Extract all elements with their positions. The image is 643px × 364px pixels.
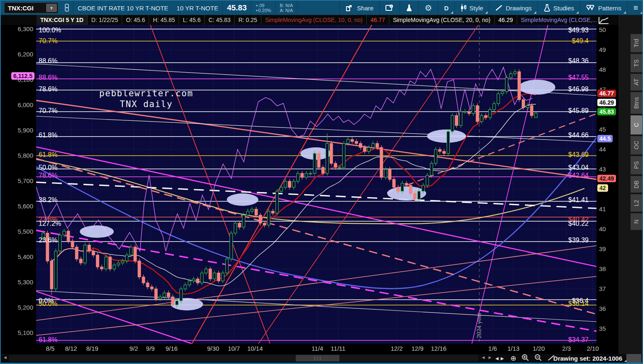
candle-body (59, 235, 61, 251)
style-button[interactable]: Style (455, 1, 489, 15)
fib-pct-label: 38.2% (39, 196, 57, 203)
candle-body (284, 181, 287, 187)
right-gadget-gutter: TrdTSATBtnsCOCPSDBL2N (618, 15, 643, 354)
candle-body (510, 74, 513, 78)
candle-body (92, 251, 95, 255)
beaker-icon (544, 4, 550, 12)
candle-body (109, 257, 112, 269)
gutter-tab-db[interactable]: DB (631, 176, 642, 193)
trendline (36, 246, 596, 320)
studies-button[interactable]: Studies (538, 1, 580, 15)
drawings-button[interactable]: Drawings (489, 1, 538, 15)
gutter-tab-at[interactable]: AT (631, 74, 642, 90)
study-label-0[interactable]: SimpleMovingAvg (CLOSE, 10, 0, no) (261, 15, 367, 25)
candle-body (226, 259, 228, 273)
zoom-in-icon[interactable] (522, 354, 529, 363)
candle-body (213, 273, 216, 279)
crosshair-move-icon[interactable]: ⊕ (510, 354, 516, 363)
zoom-out-icon[interactable] (535, 354, 542, 363)
right-axis-tick: 49 (599, 46, 606, 53)
study-label-2[interactable]: SimpleMovingAvg (CLOSE,... (517, 15, 601, 25)
ohlc-low: L: 45.6 (179, 15, 205, 25)
right-axis-tick: 37 (599, 285, 606, 292)
candle-body (393, 179, 395, 187)
candle-body (388, 169, 391, 179)
right-axis-bubble: 44.5 (597, 135, 613, 142)
right-axis-tick: 44 (599, 146, 606, 153)
gutter-tab-oc[interactable]: OC (631, 136, 642, 154)
gutter-tab-ts[interactable]: TS (631, 54, 642, 72)
chart-canvas[interactable]: 2024 year100.0%$49.9370.7%$49.488.6%$48.… (36, 25, 596, 344)
right-axis-bubble: 42 (597, 184, 608, 192)
settings-button[interactable]: ⚙ (419, 1, 438, 15)
candle-body (505, 78, 508, 92)
pan-left-icon[interactable]: ◄ (481, 355, 486, 360)
study-value-0: 46.77 (367, 15, 389, 25)
gutter-tab-n[interactable]: N (631, 213, 642, 230)
study-value-1: 46.29 (495, 15, 517, 25)
candle-body (259, 215, 262, 223)
scrollbar-handle[interactable]: | | | (296, 355, 339, 362)
timeframe-button[interactable]: D (438, 1, 455, 15)
link-icon[interactable] (61, 1, 74, 15)
fib-pct-label: 78.6% (39, 172, 57, 179)
gutter-tab-btns[interactable]: Btns (631, 92, 642, 114)
candle-body (317, 154, 320, 168)
fib-pct-label: 61.8% (39, 336, 57, 343)
reports-button[interactable]: i (380, 1, 400, 15)
corner-resize-handle[interactable] (626, 354, 641, 363)
candle-body (67, 231, 70, 241)
right-axis-bubble: 46.29 (597, 99, 616, 106)
right-price-axis[interactable]: 5049484746454443424140393837363546.7746.… (596, 25, 618, 354)
pan-right-icon[interactable]: ► (488, 355, 492, 360)
candle-body (201, 273, 204, 283)
symbol-dropdown-icon[interactable]: ▼ (46, 4, 57, 12)
date-label: 8/5 (46, 345, 55, 352)
candle-body (518, 72, 521, 100)
patterns-button[interactable]: Patterns (580, 1, 628, 15)
fit-width-icon[interactable]: ◄► (494, 355, 505, 362)
candle-body (501, 92, 504, 94)
fib-price-label: $36.14 (568, 300, 589, 307)
candle-body (422, 185, 425, 191)
fib-price-label: $49.93 (568, 27, 589, 34)
candle-body (150, 287, 153, 289)
gutter-tab-trd[interactable]: Trd (631, 34, 642, 52)
date-label: 12/2 (390, 345, 402, 352)
fib-price-label: $34.37 (568, 336, 589, 343)
drawing-set-status[interactable]: Drawing set: 2024-1006 (553, 355, 622, 362)
horizontal-scrollbar[interactable]: | | | (9, 355, 479, 362)
candle-body (146, 283, 149, 287)
date-label: 1/6 (488, 345, 497, 352)
gutter-tab-ps[interactable]: PS (631, 156, 642, 174)
gutter-tab-c[interactable]: C (631, 115, 642, 134)
symbol-input[interactable]: TNX:CGI ▼ (4, 2, 58, 13)
candle-body (54, 251, 57, 289)
gutter-tab-l2[interactable]: L2 (631, 194, 642, 212)
candle-body (355, 142, 358, 144)
left-price-axis[interactable]: 6,3006,2006,1006,0005,9005,8005,7005,600… (1, 25, 36, 354)
left-axis-tick: 5,200 (17, 304, 33, 311)
left-axis-bubble: 6,112.5 (11, 72, 34, 80)
date-label: 1/20 (533, 345, 545, 352)
scroll-left-icon[interactable]: ◄ (3, 355, 7, 360)
date-label: 2/10 (587, 345, 599, 352)
candle-body (268, 211, 270, 225)
candle-body (405, 183, 408, 186)
candle-body (250, 209, 253, 211)
analyze-button[interactable] (400, 1, 419, 15)
chart-plot-area[interactable]: 2024 year100.0%$49.9370.7%$49.488.6%$48.… (36, 25, 596, 344)
ohlc-open: O: 45.6 (122, 15, 149, 25)
share-button[interactable]: Share (340, 1, 380, 15)
candle-body (451, 115, 454, 131)
right-axis-tick: 36 (599, 305, 606, 312)
candle-body (171, 297, 174, 305)
candle-body (313, 154, 316, 173)
time-axis[interactable]: 8/58/128/199/29/99/169/3010/710/1411/411… (36, 344, 596, 354)
ohlc-date: D: 1/22/25 (88, 15, 123, 25)
chart-menu-button[interactable]: ≡ (628, 1, 643, 15)
date-label: 10/14 (247, 345, 263, 352)
bid-ask: B: N/AA: N/A (276, 1, 298, 15)
candle-body (309, 173, 312, 174)
study-label-1[interactable]: SimpleMovingAvg (CLOSE, 20, 0, no) (389, 15, 495, 25)
